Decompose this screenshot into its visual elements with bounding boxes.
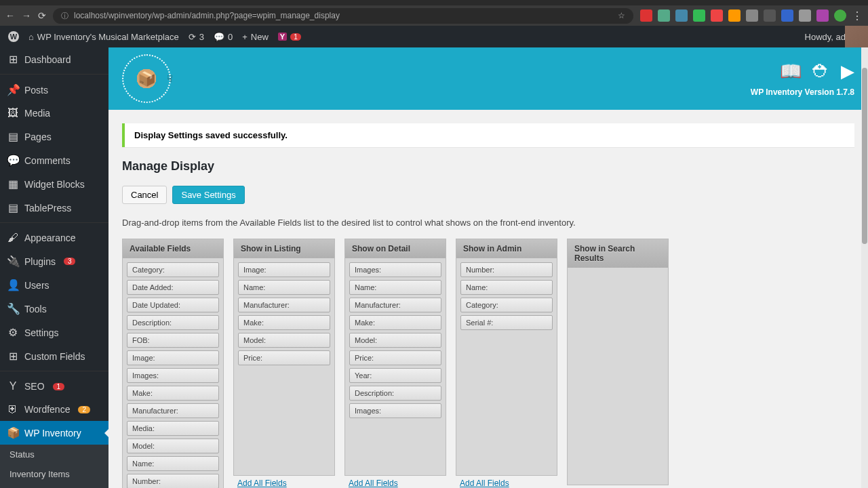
- extension-icon[interactable]: [711, 9, 723, 22]
- field-item[interactable]: Name:: [127, 456, 219, 471]
- cancel-button[interactable]: Cancel: [122, 186, 167, 204]
- menu-appearance[interactable]: 🖌Appearance: [0, 226, 108, 249]
- field-item[interactable]: Name:: [238, 280, 330, 295]
- field-item[interactable]: Image:: [127, 350, 219, 365]
- extension-icon[interactable]: [816, 9, 829, 22]
- menu-tablepress[interactable]: ▤TablePress: [0, 196, 108, 220]
- scrollbar[interactable]: [861, 47, 868, 488]
- field-item[interactable]: Media:: [127, 421, 219, 436]
- back-button[interactable]: ←: [5, 10, 15, 21]
- extension-icon[interactable]: [781, 9, 793, 22]
- menu-tools[interactable]: 🔧Tools: [0, 297, 108, 321]
- field-item[interactable]: Manufacturer:: [349, 298, 441, 312]
- new-link[interactable]: + New: [242, 32, 269, 42]
- field-item[interactable]: FOB:: [127, 333, 219, 348]
- field-item[interactable]: Make:: [238, 315, 330, 330]
- forward-button[interactable]: →: [22, 10, 31, 21]
- add-all-admin[interactable]: Add All Fields: [456, 476, 557, 488]
- column-body-admin[interactable]: Number:Name:Category:Serial #:: [456, 258, 557, 475]
- extension-icon[interactable]: [799, 9, 811, 22]
- bookmark-icon[interactable]: ☆: [618, 11, 625, 20]
- column-body-detail[interactable]: Images:Name:Manufacturer:Make:Model:Pric…: [345, 258, 446, 475]
- extension-icon[interactable]: [746, 9, 758, 22]
- pin-icon: 📌: [7, 83, 19, 96]
- add-all-detail[interactable]: Add All Fields: [344, 476, 446, 488]
- field-item[interactable]: Images:: [349, 262, 441, 277]
- field-item[interactable]: Date Added:: [127, 280, 219, 295]
- plugin-header: 📦 📖 ⛑ ▶ WP Inventory Version 1.7.8: [108, 47, 868, 110]
- add-all-listing[interactable]: Add All Fields: [233, 476, 335, 488]
- field-item[interactable]: Price:: [238, 350, 330, 365]
- field-item[interactable]: Make:: [349, 315, 441, 330]
- extension-icon[interactable]: [640, 9, 652, 22]
- field-item[interactable]: Manufacturer:: [238, 298, 330, 312]
- browser-menu-icon[interactable]: ⋮: [852, 9, 863, 22]
- menu-posts[interactable]: 📌Posts: [0, 78, 108, 102]
- profile-icon[interactable]: [834, 9, 846, 22]
- yoast-link[interactable]: Y 1: [278, 33, 301, 41]
- extension-icon[interactable]: [658, 9, 670, 22]
- scrollbar-thumb[interactable]: [862, 68, 867, 244]
- menu-media[interactable]: 🖼Media: [0, 102, 108, 125]
- field-item[interactable]: Category:: [460, 298, 553, 312]
- field-item[interactable]: Category:: [127, 262, 219, 277]
- cursor-icon: ☟: [167, 73, 173, 84]
- shield-icon: ⛨: [7, 403, 19, 415]
- submenu-categories[interactable]: Categories: [0, 484, 108, 488]
- field-item[interactable]: Description:: [349, 386, 441, 401]
- field-item[interactable]: Number:: [460, 262, 553, 277]
- menu-plugins[interactable]: 🔌Plugins3: [0, 249, 108, 273]
- menu-comments[interactable]: 💬Comments: [0, 148, 108, 172]
- field-item[interactable]: Name:: [349, 280, 441, 295]
- field-item[interactable]: Image:: [238, 262, 330, 277]
- field-item[interactable]: Images:: [349, 403, 441, 418]
- field-item[interactable]: Name:: [460, 280, 553, 295]
- add-all-search[interactable]: Add All Fields: [567, 485, 669, 488]
- submenu-inventory-items[interactable]: Inventory Items: [0, 464, 108, 484]
- updates-link[interactable]: ⟳ 3: [189, 32, 204, 42]
- column-search: Show in Search Results: [567, 239, 669, 485]
- field-item[interactable]: Year:: [349, 368, 441, 383]
- docs-icon[interactable]: 📖: [780, 61, 802, 82]
- url-bar[interactable]: ⓘ localhost/wpinventory/wp-admin/admin.p…: [53, 8, 633, 24]
- save-button[interactable]: Save Settings: [172, 186, 244, 204]
- menu-wordfence[interactable]: ⛨Wordfence2: [0, 398, 108, 421]
- field-item[interactable]: Manufacturer:: [127, 403, 219, 418]
- menu-seo[interactable]: YSEO1: [0, 375, 108, 398]
- youtube-icon[interactable]: ▶: [841, 61, 854, 82]
- menu-pages[interactable]: ▤Pages: [0, 125, 108, 148]
- column-body-listing[interactable]: Image:Name:Manufacturer:Make:Model:Price…: [234, 258, 334, 475]
- field-item[interactable]: Images:: [127, 368, 219, 383]
- brush-icon: 🖌: [7, 232, 19, 244]
- menu-custom-fields[interactable]: ⊞Custom Fields: [0, 344, 108, 368]
- extension-icon[interactable]: [764, 9, 776, 22]
- wp-logo-icon[interactable]: W: [8, 31, 19, 42]
- extension-icon[interactable]: [693, 9, 705, 22]
- support-icon[interactable]: ⛑: [812, 61, 830, 82]
- site-info-icon[interactable]: ⓘ: [61, 11, 68, 21]
- field-item[interactable]: Model:: [349, 333, 441, 348]
- menu-settings[interactable]: ⚙Settings: [0, 321, 108, 344]
- submenu-status[interactable]: Status: [0, 445, 108, 464]
- comments-link[interactable]: 💬 0: [214, 32, 233, 42]
- field-item[interactable]: Price:: [349, 350, 441, 365]
- field-item[interactable]: Number:: [127, 474, 219, 488]
- extension-icon[interactable]: [728, 9, 741, 22]
- field-item[interactable]: Date Updated:: [127, 298, 219, 312]
- site-name-link[interactable]: ⌂ WP Inventory's Musical Marketplace: [28, 32, 179, 42]
- column-body-search[interactable]: [568, 268, 668, 485]
- column-body-available[interactable]: Category:Date Added:Date Updated:Descrip…: [123, 258, 223, 488]
- field-item[interactable]: Model:: [238, 333, 330, 348]
- field-item[interactable]: Serial #:: [460, 315, 553, 330]
- menu-widget-blocks[interactable]: ▦Widget Blocks: [0, 172, 108, 196]
- menu-dashboard[interactable]: ⊞Dashboard: [0, 47, 108, 71]
- menu-users[interactable]: 👤Users: [0, 273, 108, 297]
- content-area: 📦 📖 ⛑ ▶ WP Inventory Version 1.7.8 Displ…: [108, 47, 868, 488]
- field-item[interactable]: Make:: [127, 386, 219, 401]
- menu-wp-inventory[interactable]: 📦WP Inventory: [0, 421, 108, 445]
- extension-icon[interactable]: [675, 9, 688, 22]
- field-item[interactable]: Description:: [127, 315, 219, 330]
- reload-button[interactable]: ⟳: [38, 10, 46, 21]
- column-header: Show on Detail: [345, 239, 446, 258]
- field-item[interactable]: Model:: [127, 439, 219, 453]
